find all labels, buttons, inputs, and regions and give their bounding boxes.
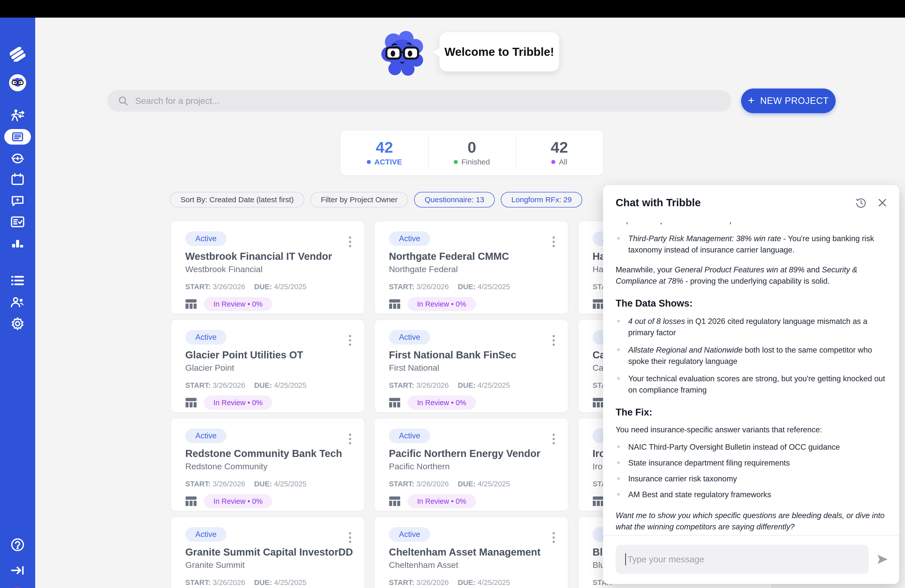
user-initials: TK xyxy=(9,587,26,588)
user-avatar[interactable]: TK xyxy=(9,587,26,588)
review-progress-badge: In Review • 0% xyxy=(408,396,476,410)
stat-active-label: ACTIVE xyxy=(374,158,402,166)
chat-bullet: AM Best and state regulatory frameworks xyxy=(616,489,887,500)
project-card[interactable]: Active Redstone Community Bank Tech Reds… xyxy=(171,418,365,511)
sidebar-item-team[interactable] xyxy=(11,297,25,308)
new-project-label: NEW PROJECT xyxy=(760,95,829,106)
chat-message-input[interactable]: Type your message xyxy=(616,545,868,574)
sidebar-item-handoff[interactable] xyxy=(10,109,25,122)
project-stats-card: 42 ACTIVE 0 Finished 42 All xyxy=(340,130,603,176)
chat-header: Chat with Tribble xyxy=(603,185,899,212)
stat-active-value: 42 xyxy=(376,140,393,155)
project-footer: In Review • 0% xyxy=(185,297,350,311)
status-badge: Active xyxy=(389,330,430,345)
chip-longform-rfx[interactable]: Longform RFx: 29 xyxy=(501,192,582,208)
project-dates: START: 3/26/2026 DUE: 4/25/2025 xyxy=(185,381,350,389)
sidebar-item-analytics[interactable] xyxy=(11,238,24,249)
project-subtitle: Pacific Northern xyxy=(389,461,554,472)
table-icon xyxy=(185,397,197,408)
avatar xyxy=(9,74,26,91)
chat-close-icon[interactable] xyxy=(878,198,887,208)
project-dates: START: 3/26/2026 DUE: 4/25/2025 xyxy=(389,578,554,587)
sidebar-item-checklist[interactable] xyxy=(11,216,24,227)
tribble-logo-icon[interactable] xyxy=(10,47,25,62)
project-footer: In Review • 0% xyxy=(389,297,554,311)
welcome-text: Welcome to Tribble! xyxy=(445,45,554,59)
browser-top-bar xyxy=(0,0,905,17)
project-card[interactable]: Active Pacific Northern Energy Vendor Pa… xyxy=(375,418,568,511)
project-subtitle: Granite Summit xyxy=(185,559,350,571)
new-project-button[interactable]: + NEW PROJECT xyxy=(741,89,836,113)
project-card[interactable]: Active First National Bank FinSec First … xyxy=(375,319,568,412)
review-progress-badge: In Review • 0% xyxy=(204,494,272,508)
project-card[interactable]: Active Granite Summit Capital InvestorDD… xyxy=(171,517,365,588)
chat-bullet: Insurance carrier risk taxonomy xyxy=(616,473,887,485)
table-icon xyxy=(592,397,604,408)
stat-all-label: All xyxy=(559,158,567,166)
project-dates: START: 3/26/2026 DUE: 4/25/2025 xyxy=(389,283,554,291)
project-title: Pacific Northern Energy Vendor xyxy=(389,448,554,459)
project-title: First National Bank FinSec xyxy=(389,349,554,361)
chat-bullet: State insurance department filing requir… xyxy=(616,457,887,469)
chip-filter-owner[interactable]: Filter by Project Owner xyxy=(310,192,408,208)
stat-finished-value: 0 xyxy=(468,140,476,155)
project-card[interactable]: Active Northgate Federal CMMC Northgate … xyxy=(375,221,568,314)
status-badge: Active xyxy=(185,231,227,246)
sidebar-item-chat-ai[interactable] xyxy=(11,195,24,207)
chat-messages: Third-Party Risk Management: 38% win rat… xyxy=(603,212,899,535)
chat-input-placeholder: Type your message xyxy=(627,554,704,564)
project-footer: In Review • 0% xyxy=(185,494,350,508)
table-icon xyxy=(185,299,197,309)
card-menu-kebab-icon[interactable] xyxy=(347,234,353,249)
sidebar-item-collapse[interactable] xyxy=(11,565,24,575)
status-badge: Active xyxy=(389,429,430,443)
table-icon xyxy=(592,299,604,309)
chat-paragraph: Meanwhile, your General Product Features… xyxy=(616,264,887,287)
card-menu-kebab-icon[interactable] xyxy=(347,530,353,545)
project-search-input[interactable]: Search for a project... xyxy=(107,90,731,112)
search-placeholder: Search for a project... xyxy=(135,96,219,106)
chat-paragraph: You need insurance-specific answer varia… xyxy=(616,424,887,435)
sidebar-item-sync-ai[interactable] xyxy=(11,152,25,165)
chat-heading-fix: The Fix: xyxy=(616,407,887,418)
sidebar-item-help[interactable] xyxy=(11,538,24,551)
project-footer: In Review • 0% xyxy=(185,396,350,410)
card-menu-kebab-icon[interactable] xyxy=(551,234,557,249)
card-menu-kebab-icon[interactable] xyxy=(347,432,353,447)
project-dates: START: 3/26/2026 DUE: 4/25/2025 xyxy=(389,381,554,389)
sidebar-item-calendar[interactable] xyxy=(11,173,24,186)
stat-all[interactable]: 42 All xyxy=(516,130,603,175)
stat-finished[interactable]: 0 Finished xyxy=(428,130,516,175)
project-card[interactable]: Active Glacier Point Utilities OT Glacie… xyxy=(171,319,365,412)
chip-questionnaire[interactable]: Questionnaire: 13 xyxy=(414,192,495,208)
status-badge: Active xyxy=(185,429,227,443)
project-title: Granite Summit Capital InvestorDD xyxy=(185,546,350,558)
project-dates: START: 3/26/2026 DUE: 4/25/2025 xyxy=(185,578,350,587)
stat-active[interactable]: 42 ACTIVE xyxy=(341,130,428,175)
mascot-avatar-icon[interactable] xyxy=(9,74,26,91)
welcome-bubble: Welcome to Tribble! xyxy=(440,32,559,72)
chat-input-row: Type your message xyxy=(603,535,899,584)
card-menu-kebab-icon[interactable] xyxy=(551,530,557,545)
card-menu-kebab-icon[interactable] xyxy=(551,333,557,348)
project-card[interactable]: Active Cheltenham Asset Management Chelt… xyxy=(375,517,568,588)
project-footer: In Review • 0% xyxy=(389,494,554,508)
chip-sort-by[interactable]: Sort By: Created Date (latest first) xyxy=(170,192,304,208)
status-badge: Active xyxy=(185,527,227,542)
stat-finished-label: Finished xyxy=(461,158,490,166)
sidebar-item-projects-active[interactable] xyxy=(4,129,31,145)
sidebar-item-list[interactable] xyxy=(11,275,24,286)
project-subtitle: Glacier Point xyxy=(185,362,350,373)
project-title: Cheltenham Asset Management xyxy=(389,546,554,558)
sidebar-item-settings[interactable] xyxy=(11,317,24,331)
project-subtitle: Redstone Community xyxy=(185,461,350,472)
project-dates: START: 3/26/2026 DUE: 4/25/2025 xyxy=(185,480,350,488)
card-menu-kebab-icon[interactable] xyxy=(347,333,353,348)
chat-history-icon[interactable] xyxy=(856,197,867,208)
text-cursor xyxy=(625,553,626,565)
card-menu-kebab-icon[interactable] xyxy=(551,432,557,447)
project-card[interactable]: Active Westbrook Financial IT Vendor Wes… xyxy=(171,221,365,314)
project-footer: In Review • 0% xyxy=(389,396,554,410)
send-message-icon[interactable] xyxy=(876,553,889,565)
status-badge: Active xyxy=(185,330,227,345)
